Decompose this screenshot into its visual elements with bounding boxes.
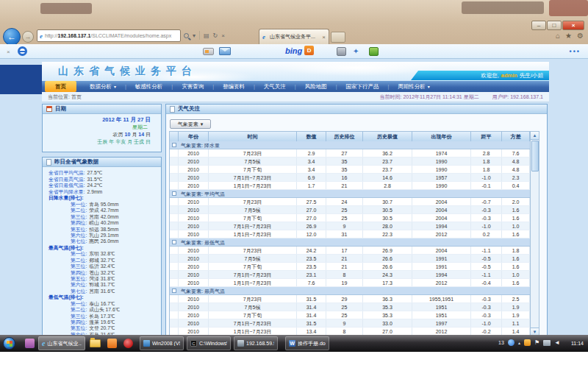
player-app-icon[interactable] xyxy=(123,339,133,348)
table-row[interactable]: 20101月1日~7月23日12.03122.320120.21.6 xyxy=(170,230,539,238)
row-cell: -0.5 xyxy=(471,255,502,262)
action-center-flag-icon[interactable]: ⚑ xyxy=(534,339,539,346)
banner-left-block xyxy=(0,65,42,94)
card-reader-icon[interactable] xyxy=(203,48,214,55)
row-cell: 1951 xyxy=(412,303,471,311)
browser-tab[interactable]: e 山东省气候业务平... × xyxy=(259,29,329,44)
row-cell: 16 xyxy=(326,174,363,181)
table-row[interactable]: 20107月1日~7月23日6.91614.61957-1.02.3 xyxy=(170,174,539,182)
group-row[interactable]: 气象要素: 降水量 xyxy=(170,141,539,149)
table-row[interactable]: 20107月23日27.52430.72004-0.72.0 xyxy=(170,198,539,206)
row-cell: 7月5候 xyxy=(209,255,297,262)
volume-icon[interactable]: ◄ xyxy=(554,339,560,346)
element-dropdown-button[interactable]: 气象要素 ▾ xyxy=(170,119,211,129)
row-cell: 1.6 xyxy=(502,230,530,238)
scroll-up-icon[interactable]: ▲ xyxy=(531,132,539,140)
url-input[interactable]: e http://192.168.137.1/SLCCLIMATE/module… xyxy=(37,29,181,42)
search-caret-icon[interactable]: ▾ xyxy=(193,32,196,39)
row-cell: 22.3 xyxy=(363,230,412,238)
table-row[interactable]: 20107月23日2.92736.219742.87.6 xyxy=(170,149,539,158)
table-row[interactable]: 20107月下旬23.52126.61991-0.51.6 xyxy=(170,263,539,271)
row-cell: 2.5 xyxy=(502,295,530,302)
tab-close-icon[interactable]: × xyxy=(322,34,326,40)
table-row[interactable]: 20107月下旬27.02530.52004-0.31.6 xyxy=(170,214,539,222)
table-row[interactable]: 20107月1日~7月23日31.5933.01997-1.01.1 xyxy=(170,319,539,328)
taskbar-window-button[interactable]: 192.168.59.99... xyxy=(234,336,278,350)
nav-item-4[interactable]: 整编资料 xyxy=(214,82,254,91)
taskbar-window-button[interactable]: W操作手册.docx ... xyxy=(285,336,329,350)
forward-button[interactable]: → xyxy=(22,31,34,43)
toolbar-close-icon[interactable]: × xyxy=(7,49,10,55)
row-cell: 2.8 xyxy=(471,149,502,157)
table-row[interactable]: 20107月5候23.52126.61991-0.51.6 xyxy=(170,255,539,263)
bing-badge-icon[interactable]: D xyxy=(304,46,314,55)
scrollbar-thumb[interactable] xyxy=(531,141,539,171)
nav-item-2[interactable]: 敏感性分析 xyxy=(126,82,172,91)
start-button[interactable] xyxy=(3,337,15,350)
url-text: http://192.168.137.1/SLCCLIMATE/modules/… xyxy=(45,33,171,38)
row-cell: 35 xyxy=(326,158,363,165)
table-row[interactable]: 20107月5候3.43523.719901.84.8 xyxy=(170,158,539,166)
table-row[interactable]: 20107月1日~7月23日23.1824.31994-1.11.0 xyxy=(170,271,539,279)
row-cell: 1955,1951 xyxy=(412,295,471,302)
group-row[interactable]: 气象要素: 最低气温 xyxy=(170,238,539,247)
network-icon[interactable] xyxy=(543,340,551,346)
section-title: 日降水量(排七): xyxy=(49,195,158,202)
back-button[interactable]: ← xyxy=(3,28,21,46)
settings-gear-icon[interactable]: ⚙ xyxy=(577,32,584,40)
table-row[interactable]: 20107月23日24.21726.92004-1.11.8 xyxy=(170,247,539,255)
sparkle-icon[interactable]: ✦ xyxy=(353,47,362,56)
tray-expand-icon[interactable]: ▴ xyxy=(518,340,520,345)
tray-security-icon[interactable] xyxy=(524,339,531,346)
refresh-icon[interactable]: ↻ xyxy=(213,32,218,39)
nav-item-6[interactable]: 风险地图 xyxy=(296,82,336,91)
favorites-star-icon[interactable]: ★ xyxy=(565,32,572,40)
more-options-icon[interactable]: ••• xyxy=(570,48,581,55)
camera-icon[interactable] xyxy=(337,47,346,56)
media-app-icon[interactable] xyxy=(107,339,117,348)
summary-line: 全省日平均气温:27.5℃ xyxy=(49,170,158,177)
compatibility-icon[interactable]: ▤ xyxy=(204,32,209,39)
bing-logo[interactable]: bing xyxy=(285,46,302,55)
group-name: 气象要素: 降水量 xyxy=(176,141,220,149)
table-row[interactable]: 20107月1日~7月23日26.9928.01994-1.01.0 xyxy=(170,222,539,230)
scroll-down-icon[interactable]: ▼ xyxy=(531,328,539,335)
row-cell: 30.5 xyxy=(363,214,412,222)
row-cell xyxy=(170,214,179,222)
table-row[interactable]: 20107月5候27.02530.52004-0.31.6 xyxy=(170,206,539,214)
table-row[interactable]: 20107月23日31.52936.31955,1951-0.32.5 xyxy=(170,295,539,303)
tray-ime-indicator[interactable]: 13 xyxy=(498,340,504,345)
nav-item-3[interactable]: 灾害查询 xyxy=(173,82,212,91)
table-row[interactable]: 20101月1日~7月23日1.7212.81990-0.10.4 xyxy=(170,182,539,190)
explorer-icon[interactable] xyxy=(90,339,101,347)
rank-label: 第四位: xyxy=(71,220,87,225)
nav-item-7[interactable]: 国家下行产品 xyxy=(337,82,387,91)
nav-item-0[interactable]: 首页 xyxy=(45,81,76,92)
table-scrollbar[interactable]: ▲ ▼ xyxy=(530,132,539,335)
table-row[interactable]: 20107月下旬31.42535.31951-0.31.9 xyxy=(170,311,539,319)
nav-item-5[interactable]: 天气关注 xyxy=(255,82,295,91)
group-row[interactable]: 气象要素: 平均气温 xyxy=(170,190,539,198)
taskbar-ie-button[interactable]: e 山东省气候业... xyxy=(38,336,85,350)
stop-icon[interactable]: × xyxy=(221,32,225,39)
rank-label: 第五位: xyxy=(71,325,87,330)
row-cell: 31 xyxy=(326,230,363,238)
table-row[interactable]: 20107月下旬3.43523.719901.84.8 xyxy=(170,166,539,174)
taskbar-window-button[interactable]: Win2008 (VS2... xyxy=(140,336,184,350)
share-icon[interactable] xyxy=(369,47,379,56)
search-icon[interactable] xyxy=(184,33,189,38)
tray-app-icon[interactable] xyxy=(508,339,514,346)
nav-item-1[interactable]: 数据分析▾ xyxy=(81,82,125,92)
table-row[interactable]: 20107月5候31.42535.31951-0.31.9 xyxy=(170,303,539,311)
nav-item-8[interactable]: 周期性分析▾ xyxy=(389,82,439,92)
mail-icon[interactable] xyxy=(219,47,231,55)
taskbar-clock[interactable]: 11:14 xyxy=(571,341,584,346)
group-row[interactable]: 气象要素: 最高气温 xyxy=(170,287,539,295)
home-icon[interactable]: ⌂ xyxy=(556,32,560,40)
quick-launch-icon[interactable] xyxy=(25,339,35,348)
table-row[interactable]: 20101月1日~7月23日13.4827.02012-0.21.4 xyxy=(170,328,539,335)
blocked-addon-icon[interactable] xyxy=(18,46,27,56)
table-row[interactable]: 20101月1日~7月23日7.61917.32012-0.41.6 xyxy=(170,279,539,287)
taskbar-window-button[interactable]: CC:\Windows\s... xyxy=(187,336,231,350)
new-tab-button[interactable] xyxy=(331,32,345,43)
